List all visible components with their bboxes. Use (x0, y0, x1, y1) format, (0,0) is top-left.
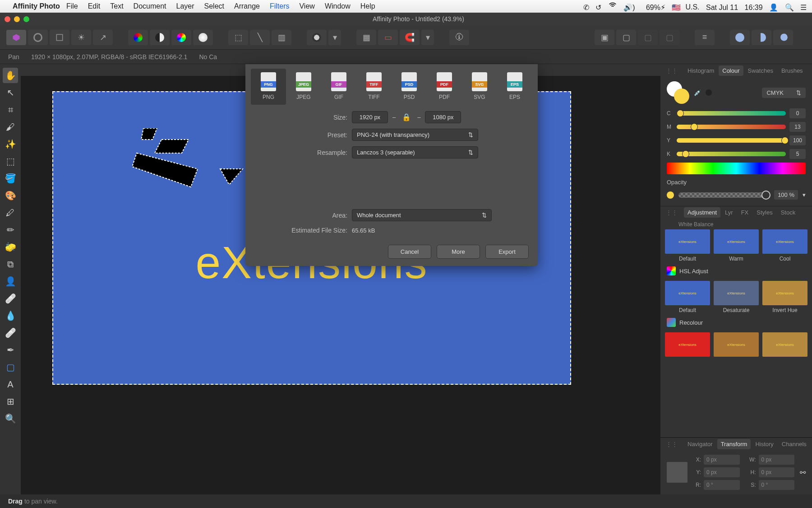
persona-liquify[interactable] (28, 30, 48, 45)
preset-rc-3[interactable]: eXtensions (762, 332, 807, 357)
traffic-lights[interactable] (5, 16, 29, 22)
preset-wb-warm[interactable]: eXtensionsWarm (714, 229, 759, 262)
format-jpeg[interactable]: JPEGJPEG (286, 69, 321, 105)
tab-stock[interactable]: Stock (777, 207, 799, 218)
menu-text[interactable]: Text (110, 2, 123, 10)
menu-view[interactable]: View (299, 2, 314, 10)
slider-y[interactable]: Y100 (667, 135, 806, 145)
panel-handle-icon[interactable]: ⋮⋮ (662, 207, 681, 218)
flood-tool-icon[interactable]: 🪣 (3, 171, 18, 186)
toolbar-add-icon[interactable] (730, 30, 750, 45)
toolbar-arrange-backward-icon[interactable]: ▢ (660, 30, 679, 45)
lock-icon[interactable]: 🔒 (402, 113, 411, 121)
persona-develop[interactable] (50, 30, 69, 45)
transform-h[interactable] (759, 467, 795, 477)
battery-status[interactable]: 69% ⚡︎ (641, 3, 665, 12)
tab-swatches[interactable]: Swatches (744, 65, 777, 76)
zoom-window-icon[interactable] (23, 16, 29, 22)
preset-wb-cool[interactable]: eXtensionsCool (762, 229, 807, 262)
format-png[interactable]: PNGPNG (251, 69, 286, 105)
patch-tool-icon[interactable]: 🩹 (3, 325, 18, 340)
menu-help[interactable]: Help (360, 2, 375, 10)
link-icon[interactable]: ⚯ (800, 468, 806, 477)
menu-select[interactable]: Select (204, 2, 224, 10)
opacity-dropdown-icon[interactable]: ▾ (803, 191, 806, 198)
menu-edit[interactable]: Edit (88, 2, 101, 10)
spectrum-picker[interactable] (667, 163, 806, 174)
menu-layer[interactable]: Layer (176, 2, 194, 10)
toolbar-soft-icon[interactable] (193, 30, 213, 45)
toolbar-line-icon[interactable]: ╲ (250, 30, 270, 45)
toolbar-align2-icon[interactable]: ≡ (695, 30, 715, 45)
toolbar-channels-icon[interactable] (128, 30, 148, 45)
format-pdf[interactable]: PDFPDF (427, 69, 462, 105)
hsl-title[interactable]: HSL Adjust (679, 268, 708, 275)
user-icon[interactable]: 👤 (769, 3, 778, 12)
toolbar-arrange-forward-icon[interactable]: ▢ (616, 30, 636, 45)
transform-w[interactable] (759, 455, 795, 465)
preset-wb-default[interactable]: eXtensionsDefault (665, 229, 710, 262)
panel-handle-icon[interactable]: ⋮⋮ (662, 439, 681, 449)
panel-handle-icon[interactable]: ⋮⋮ (662, 65, 681, 76)
tab-histogram[interactable]: Histogram (684, 65, 718, 76)
tab-brushes[interactable]: Brushes (778, 65, 807, 76)
heal-tool-icon[interactable]: 🩹 (3, 291, 18, 306)
toolbar-crop-icon[interactable]: ▥ (272, 30, 291, 45)
export-width-input[interactable] (352, 111, 388, 123)
tab-layers[interactable]: Lyr (721, 207, 737, 218)
persona-export[interactable]: ↗ (93, 30, 113, 45)
export-button[interactable]: Export (485, 245, 529, 259)
toolbar-bw-icon[interactable] (150, 30, 170, 45)
crop-tool-icon[interactable]: ⌗ (3, 102, 18, 117)
panel-menu-icon[interactable]: ≡ (808, 65, 812, 76)
menu-filters[interactable]: Filters (270, 2, 290, 10)
move-tool-icon[interactable]: ↖ (3, 85, 18, 100)
inpaint-tool-icon[interactable]: 👤 (3, 274, 18, 289)
input-flag[interactable]: 🇺🇸 U.S. (672, 3, 699, 12)
close-window-icon[interactable] (5, 16, 10, 22)
phone-icon[interactable]: ✆ (583, 3, 589, 12)
marquee-tool-icon[interactable]: ⬚ (3, 154, 18, 169)
secondary-swatch[interactable] (706, 89, 712, 96)
toolbar-dropdown[interactable]: ▾ (328, 30, 341, 45)
format-psd[interactable]: PSDPSD (392, 69, 427, 105)
format-eps[interactable]: EPSEPS (497, 69, 532, 105)
wand-tool-icon[interactable]: ✨ (3, 136, 18, 152)
more-button[interactable]: More (437, 245, 480, 259)
tab-transform[interactable]: Transform (717, 439, 751, 449)
toolbar-color-icon[interactable] (171, 30, 191, 45)
slider-m[interactable]: M13 (667, 122, 806, 132)
tab-navigator[interactable]: Navigator (684, 439, 716, 449)
paint-tool-icon[interactable]: 🖊 (3, 205, 18, 220)
transform-r[interactable] (704, 480, 740, 490)
resample-select[interactable]: Lanczos 3 (separable)⇅ (352, 146, 478, 158)
spotlight-icon[interactable]: 🔍 (785, 3, 794, 12)
transform-s[interactable] (759, 480, 795, 490)
export-height-input[interactable] (425, 111, 461, 123)
menu-document[interactable]: Document (134, 2, 166, 10)
menu-arrange[interactable]: Arrange (234, 2, 260, 10)
eraser-tool-icon[interactable]: 🧽 (3, 239, 18, 255)
menu-window[interactable]: Window (325, 2, 351, 10)
brush-tool-icon[interactable]: 🖌 (3, 119, 18, 135)
blur-tool-icon[interactable]: 💧 (3, 308, 18, 323)
toolbar-arrange-front-icon[interactable]: ▣ (595, 30, 614, 45)
gradient-tool-icon[interactable]: 🎨 (3, 188, 18, 203)
toolbar-grid-icon[interactable]: ▦ (356, 30, 376, 45)
zoom-tool-icon[interactable]: 🔍 (3, 411, 18, 426)
area-select[interactable]: Whole document⇅ (352, 209, 492, 221)
format-svg[interactable]: SVGSVG (462, 69, 497, 105)
text-tool-icon[interactable]: A (3, 377, 18, 392)
anchor-grid[interactable] (667, 462, 687, 483)
hand-tool-icon[interactable]: ✋ (3, 68, 18, 83)
format-gif[interactable]: GIFGIF (321, 69, 356, 105)
cancel-button[interactable]: Cancel (388, 245, 431, 259)
toolbar-subtract-icon[interactable] (752, 30, 771, 45)
persona-photo[interactable] (6, 30, 26, 45)
foreground-swatch[interactable] (674, 89, 689, 104)
toolbar-quickmask-icon[interactable] (307, 30, 327, 45)
minimize-window-icon[interactable] (14, 16, 20, 22)
shape-tool-icon[interactable]: ▢ (3, 359, 18, 375)
toolbar-snap-icon[interactable]: 🧲 (400, 30, 420, 45)
slider-k[interactable]: K5 (667, 149, 806, 159)
